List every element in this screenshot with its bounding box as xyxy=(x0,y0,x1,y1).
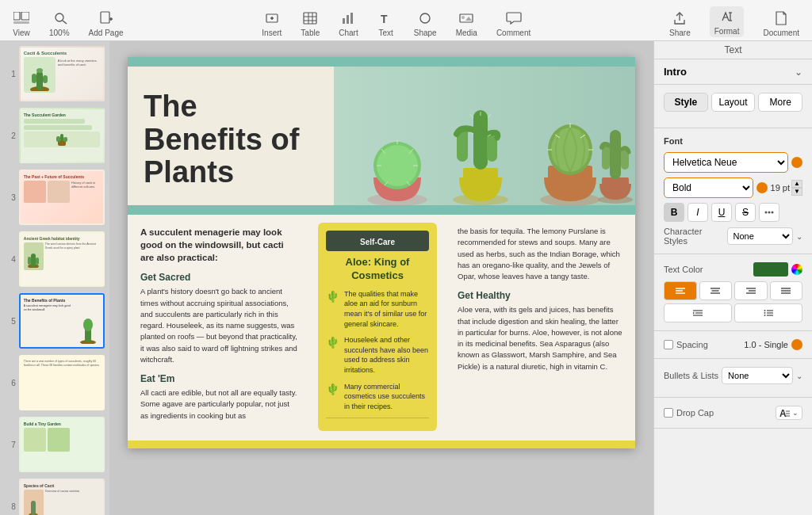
slide-thumb-2[interactable]: The Succulent Garden xyxy=(19,108,105,163)
selfcare-item-2-text: Houseleek and other succulents have also… xyxy=(344,335,429,375)
selfcare-bullet-3: 🌵 xyxy=(326,383,339,395)
font-color-indicator xyxy=(791,157,802,168)
svg-rect-2 xyxy=(13,21,29,24)
font-weight-select[interactable]: Bold xyxy=(664,177,753,198)
svg-point-83 xyxy=(772,212,774,214)
layout-tab[interactable]: Layout xyxy=(711,93,756,112)
dropcap-checkbox[interactable] xyxy=(664,408,673,418)
slide-thumb-3[interactable]: The Past + Future of Succulents History … xyxy=(19,170,105,225)
list-button[interactable] xyxy=(734,303,802,322)
insert-button[interactable]: Insert xyxy=(262,10,282,37)
selfcare-item-1-text: The qualities that make aloe an aid for … xyxy=(344,289,429,329)
right-col-body: the basis for tequila. The lemony Pursla… xyxy=(458,226,622,282)
slide-document: The Benefits of Plants xyxy=(128,57,635,448)
svg-rect-1 xyxy=(21,12,29,20)
svg-rect-78 xyxy=(610,130,621,179)
text-color-controls xyxy=(753,262,802,277)
text-toolbar-label: Text xyxy=(379,29,393,37)
svg-point-101 xyxy=(764,312,766,314)
intro-section-label: Intro xyxy=(664,66,687,78)
italic-button[interactable]: I xyxy=(688,203,708,222)
color-picker-icon[interactable] xyxy=(791,264,802,275)
dropcap-options[interactable]: A ⌄ xyxy=(776,406,802,420)
table-button[interactable]: Table xyxy=(301,10,320,37)
svg-rect-30 xyxy=(43,75,48,83)
view-button[interactable]: View xyxy=(13,10,30,37)
slide-thumb-5[interactable]: The Benefits of Plants A succulent menag… xyxy=(19,293,105,349)
strikethrough-button[interactable]: S xyxy=(735,203,756,222)
dropcap-chevron: ⌄ xyxy=(792,409,799,417)
chart-icon xyxy=(339,10,357,27)
font-name-select[interactable]: Helvetica Neue xyxy=(664,152,788,173)
hero-text-area: The Benefits of Plants xyxy=(128,67,318,205)
more-font-styles-button[interactable] xyxy=(759,203,779,222)
underline-button[interactable]: U xyxy=(711,203,732,222)
char-styles-label: Character Styles xyxy=(664,227,724,246)
align-right-button[interactable] xyxy=(734,281,768,300)
zoom-button[interactable]: 100% xyxy=(49,10,70,37)
svg-point-103 xyxy=(764,315,766,316)
svg-rect-44 xyxy=(31,501,36,515)
share-label: Share xyxy=(669,29,691,37)
font-name-row: Helvetica Neue xyxy=(664,152,802,173)
hero-section: The Benefits of Plants xyxy=(128,67,635,205)
document-button[interactable]: Document xyxy=(763,10,799,37)
text-toolbar-icon: T xyxy=(377,10,395,27)
slide-number-7: 7 xyxy=(5,441,16,449)
slides-sidebar: 1 Cacti & Succulents A look at the many … xyxy=(0,41,109,515)
media-label: Media xyxy=(456,29,477,37)
canvas-area: The Benefits of Plants xyxy=(109,41,653,515)
slide-thumb-7[interactable]: Build a Tiny Garden xyxy=(19,417,105,472)
align-center-button[interactable] xyxy=(699,281,733,300)
add-page-button[interactable]: Add Page xyxy=(89,10,124,37)
bullets-chevron: ⌄ xyxy=(796,372,802,380)
comment-label: Comment xyxy=(496,29,530,37)
indent-button[interactable] xyxy=(664,303,732,322)
text-color-section: Text Color xyxy=(654,254,812,331)
selfcare-item-3: 🌵 Many commercial cosmetics use succulen… xyxy=(326,382,429,412)
selfcare-divider xyxy=(326,418,429,418)
align-left-button[interactable] xyxy=(664,281,697,300)
comment-button[interactable]: Comment xyxy=(496,10,530,37)
style-layout-tabs: Style Layout More xyxy=(664,93,802,112)
chart-button[interactable]: Chart xyxy=(339,10,358,37)
svg-rect-34 xyxy=(56,136,60,142)
svg-rect-35 xyxy=(63,137,67,142)
font-size-up[interactable]: ▲ xyxy=(791,180,802,188)
style-tab[interactable]: Style xyxy=(664,93,708,112)
shape-button[interactable]: Shape xyxy=(414,10,437,37)
main-area: 1 Cacti & Succulents A look at the many … xyxy=(0,41,812,515)
bold-button[interactable]: B xyxy=(664,203,684,222)
selfcare-item-1: 🌵 The qualities that make aloe an aid fo… xyxy=(326,289,429,329)
slide-thumb-1[interactable]: Cacti & Succulents A look at the many va… xyxy=(19,46,105,101)
chevron-down-icon[interactable]: ⌄ xyxy=(795,67,802,78)
share-button[interactable]: Share xyxy=(669,10,691,37)
text-color-swatch[interactable] xyxy=(753,262,788,277)
slide-number-8: 8 xyxy=(5,502,16,511)
format-button[interactable]: Format xyxy=(710,6,745,37)
left-column: A succulent menagerie may look good on t… xyxy=(128,215,310,441)
slide-thumb-8[interactable]: Species of Cacti Overview of cactus vari… xyxy=(19,479,105,515)
svg-point-70 xyxy=(551,128,589,172)
bottom-band xyxy=(128,441,635,448)
svg-point-99 xyxy=(764,310,766,311)
text-toolbar-button[interactable]: T Text xyxy=(377,10,395,37)
insert-label: Insert xyxy=(262,29,282,37)
svg-rect-33 xyxy=(60,134,63,141)
panel-text-label: Text xyxy=(654,41,812,59)
selfcare-header: Self-Care xyxy=(326,231,429,251)
selfcare-card: Self-Care Aloe: King of Cosmetics 🌵 The … xyxy=(318,223,437,431)
style-layout-more-section: Style Layout More xyxy=(654,85,812,128)
font-size-stepper[interactable]: ▲ ▼ xyxy=(791,178,802,197)
font-size-down[interactable]: ▼ xyxy=(791,188,802,196)
slide-thumb-4[interactable]: Ancient Greek habitat identity The word … xyxy=(19,231,105,287)
align-justify-button[interactable] xyxy=(770,281,803,300)
media-button[interactable]: Media xyxy=(456,10,477,37)
spacing-checkbox[interactable] xyxy=(664,340,673,349)
char-styles-select[interactable]: None xyxy=(727,227,794,245)
svg-rect-39 xyxy=(36,258,39,265)
bullets-select[interactable]: None xyxy=(722,367,793,384)
slide-thumb-6[interactable]: There are a vast number of types of succ… xyxy=(19,355,105,410)
slide-number-1: 1 xyxy=(5,70,16,78)
more-tab[interactable]: More xyxy=(758,93,802,112)
